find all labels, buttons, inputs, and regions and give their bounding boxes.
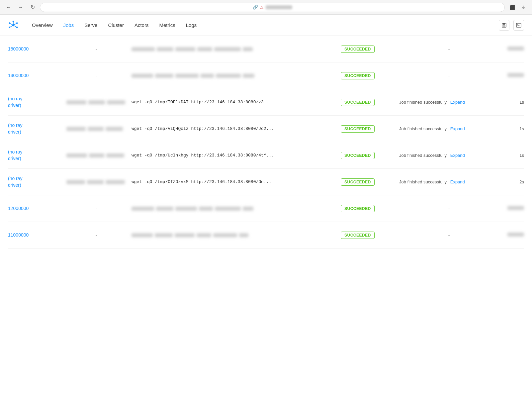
job-status: SUCCEEDED — [341, 205, 394, 212]
table-row: 12000000 - SUCCEEDED - — [8, 195, 524, 222]
job-entrypoint-blurred — [66, 127, 126, 131]
job-message-dash: - — [399, 73, 499, 78]
table-row: 15000000 - SUCCEEDED - — [8, 36, 524, 62]
blur-2 — [87, 180, 104, 184]
nav-actors[interactable]: Actors — [129, 20, 154, 31]
job-duration-blurred — [504, 47, 524, 51]
job-id[interactable]: 15000000 — [8, 46, 61, 52]
job-message: Job finished successfully. Expand — [399, 179, 499, 184]
job-status: SUCCEEDED — [341, 99, 394, 106]
blur-5 — [215, 207, 241, 211]
back-button[interactable]: ← — [4, 3, 13, 12]
job-id[interactable]: (no raydriver) — [8, 122, 61, 135]
blur-1 — [66, 100, 86, 104]
job-message: Job finished successfully. Expand — [399, 126, 499, 131]
job-id[interactable]: (no raydriver) — [8, 149, 61, 162]
blur-6 — [243, 74, 254, 78]
job-duration: 1s — [504, 153, 524, 158]
blur-3 — [175, 47, 195, 51]
job-entrypoint-blurred — [66, 100, 126, 104]
blur-3 — [106, 127, 123, 131]
svg-point-9 — [9, 27, 10, 28]
job-id[interactable]: 14000000 — [8, 72, 61, 79]
blur-2 — [88, 100, 105, 104]
table-row: (no raydriver) wget -qO /tmp/Uclhkhgy ht… — [8, 142, 524, 169]
job-message: Job finished successfully. Expand — [399, 153, 499, 158]
blur-2 — [156, 207, 173, 211]
job-submission-id-blurred — [132, 233, 335, 237]
job-message: Job finished successfully. Expand — [399, 100, 499, 105]
svg-point-10 — [16, 27, 18, 28]
nav-serve[interactable]: Serve — [79, 20, 103, 31]
blur-4 — [197, 233, 211, 237]
table-row: (no raydriver) wget -qO /tmp/OIZOzvxM ht… — [8, 169, 524, 195]
blur-3 — [107, 100, 125, 104]
blur-4 — [197, 47, 212, 51]
job-message-dash: - — [399, 233, 499, 238]
job-duration: 1s — [504, 100, 524, 105]
job-status: SUCCEEDED — [341, 178, 394, 186]
blur-1 — [132, 207, 154, 211]
blur-3 — [106, 180, 125, 184]
job-message-text: Job finished successfully. — [399, 153, 448, 158]
job-entrypoint-blurred — [66, 153, 126, 157]
job-id[interactable]: 12000000 — [8, 205, 61, 212]
expand-link[interactable]: Expand — [450, 179, 465, 184]
blur-1 — [66, 127, 86, 131]
job-status: SUCCEEDED — [341, 152, 394, 159]
job-status: SUCCEEDED — [341, 72, 394, 79]
table-row: 11000000 - SUCCEEDED - — [8, 222, 524, 249]
forward-button[interactable]: → — [16, 3, 25, 12]
blur-6 — [243, 47, 253, 51]
job-duration-blurred — [504, 73, 524, 78]
browser-actions: ⬛ ⚠ — [507, 3, 528, 12]
blur-1 — [66, 180, 85, 184]
blur-1 — [132, 74, 153, 78]
job-id[interactable]: 11000000 — [8, 232, 61, 239]
job-entrypoint-dash: - — [66, 206, 126, 211]
nav-jobs[interactable]: Jobs — [58, 20, 79, 31]
job-command: wget -qO /tmp/Uclhkhgy http://23.146.184… — [132, 153, 335, 158]
expand-link[interactable]: Expand — [450, 153, 465, 158]
blur-4 — [201, 74, 214, 78]
header-right — [499, 20, 524, 31]
app-header: Overview Jobs Serve Cluster Actors Metri… — [0, 15, 532, 36]
table-row: (no raydriver) wget -qO /tmp/TOFlkDAT ht… — [8, 89, 524, 116]
job-entrypoint-dash: - — [66, 47, 126, 52]
blur-5 — [213, 233, 237, 237]
job-command: wget -qO /tmp/TOFlkDAT http://23.146.184… — [132, 100, 335, 105]
alert-button[interactable]: ⚠ — [519, 3, 528, 12]
browser-chrome: ← → ↻ 🔗 ⚠ ⬛ ⚠ — [0, 0, 532, 15]
app-logo — [8, 20, 19, 31]
job-id[interactable]: (no raydriver) — [8, 175, 61, 188]
job-submission-id-blurred — [132, 207, 335, 211]
blur-3 — [106, 153, 124, 157]
nav-overview[interactable]: Overview — [27, 20, 58, 31]
job-entrypoint-dash: - — [66, 233, 126, 238]
blur-5 — [216, 74, 241, 78]
nav-cluster[interactable]: Cluster — [103, 20, 129, 31]
save-page-button[interactable]: ⬛ — [507, 3, 517, 12]
save-icon-button[interactable] — [499, 20, 509, 31]
expand-link[interactable]: Expand — [450, 100, 465, 105]
blur-4 — [199, 207, 213, 211]
nav-metrics[interactable]: Metrics — [154, 20, 180, 31]
blur-2 — [157, 47, 173, 51]
table-row: (no raydriver) wget -qO /tmp/ViQHQolz ht… — [8, 116, 524, 142]
job-message-dash: - — [399, 206, 499, 211]
job-duration-blurred — [504, 206, 524, 211]
blur-2 — [155, 233, 173, 237]
expand-link[interactable]: Expand — [450, 126, 465, 131]
blur-2 — [89, 153, 104, 157]
blur-6 — [239, 233, 248, 237]
svg-point-8 — [13, 21, 14, 22]
terminal-icon-button[interactable] — [513, 20, 524, 31]
jobs-table: 15000000 - SUCCEEDED - 14000000 - SUCCEE… — [0, 36, 532, 249]
job-duration-blurred — [504, 233, 524, 238]
blur-6 — [243, 207, 253, 211]
nav-logs[interactable]: Logs — [181, 20, 202, 31]
reload-button[interactable]: ↻ — [28, 3, 37, 12]
table-row: 14000000 - SUCCEEDED - — [8, 62, 524, 89]
job-duration: 2s — [504, 179, 524, 184]
job-id[interactable]: (no raydriver) — [8, 96, 61, 109]
